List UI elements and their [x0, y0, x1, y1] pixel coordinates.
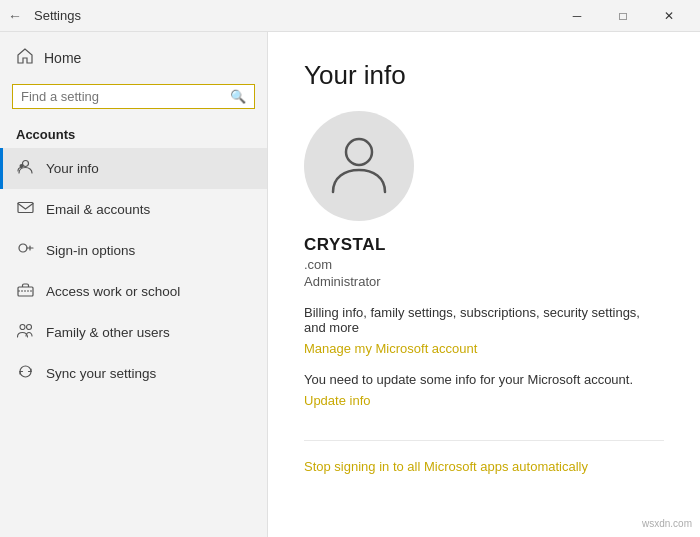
sidebar-item-sync[interactable]: Sync your settings	[0, 353, 267, 394]
manage-account-link[interactable]: Manage my Microsoft account	[304, 341, 477, 356]
sidebar-item-signin-label: Sign-in options	[46, 243, 135, 258]
sidebar-item-work-school[interactable]: Access work or school	[0, 271, 267, 312]
main-layout: Home 🔍 Accounts Your info	[0, 32, 700, 537]
sync-icon	[16, 363, 34, 384]
divider	[304, 440, 664, 441]
sidebar-item-family-label: Family & other users	[46, 325, 170, 340]
stop-signing-link[interactable]: Stop signing in to all Microsoft apps au…	[304, 459, 588, 474]
family-icon	[16, 322, 34, 343]
update-notice: You need to update some info for your Mi…	[304, 372, 664, 387]
sidebar-item-work-label: Access work or school	[46, 284, 180, 299]
avatar	[304, 111, 414, 221]
home-label: Home	[44, 50, 81, 66]
window-title: Settings	[34, 8, 554, 23]
billing-text: Billing info, family settings, subscript…	[304, 305, 664, 335]
page-title: Your info	[304, 60, 664, 91]
sidebar-item-your-info-label: Your info	[46, 161, 99, 176]
close-button[interactable]: ✕	[646, 0, 692, 32]
minimize-button[interactable]: ─	[554, 0, 600, 32]
username: CRYSTAL	[304, 235, 664, 255]
update-info-link[interactable]: Update info	[304, 393, 371, 408]
svg-point-7	[346, 139, 372, 165]
email-icon	[16, 199, 34, 220]
watermark: wsxdn.com	[642, 518, 692, 529]
sidebar-item-email-accounts[interactable]: Email & accounts	[0, 189, 267, 230]
sidebar-item-home[interactable]: Home	[0, 40, 267, 76]
avatar-person-icon	[325, 130, 393, 202]
window-controls: ─ □ ✕	[554, 0, 692, 32]
sidebar-item-family[interactable]: Family & other users	[0, 312, 267, 353]
back-button[interactable]: ←	[8, 8, 22, 24]
sidebar-item-sign-in[interactable]: Sign-in options	[0, 230, 267, 271]
titlebar: ← Settings ─ □ ✕	[0, 0, 700, 32]
search-icon: 🔍	[230, 89, 246, 104]
account-email: .com	[304, 257, 664, 272]
sidebar: Home 🔍 Accounts Your info	[0, 32, 268, 537]
sidebar-section-accounts: Accounts	[0, 117, 267, 148]
sidebar-item-your-info[interactable]: Your info	[0, 148, 267, 189]
account-role: Administrator	[304, 274, 664, 289]
svg-point-3	[19, 244, 27, 252]
svg-point-6	[26, 325, 31, 330]
key-icon	[16, 240, 34, 261]
maximize-button[interactable]: □	[600, 0, 646, 32]
person-icon	[16, 158, 34, 179]
svg-point-5	[20, 325, 25, 330]
search-input[interactable]	[21, 89, 224, 104]
svg-rect-2	[18, 203, 33, 213]
sidebar-item-sync-label: Sync your settings	[46, 366, 156, 381]
sidebar-item-email-label: Email & accounts	[46, 202, 150, 217]
content-area: Your info CRYSTAL .com Administrator Bil…	[268, 32, 700, 537]
briefcase-icon	[16, 281, 34, 302]
search-box[interactable]: 🔍	[12, 84, 255, 109]
home-icon	[16, 48, 34, 68]
